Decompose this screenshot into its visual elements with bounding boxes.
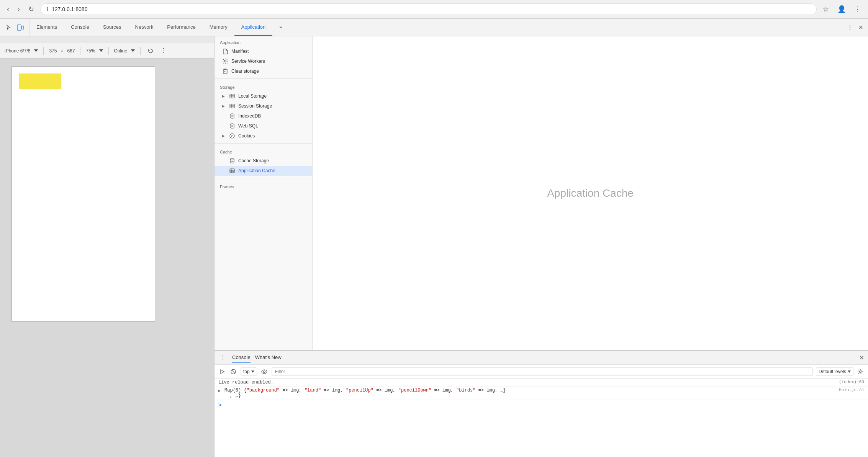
sidebar-item-application-cache[interactable]: ▶ Application Cache <box>215 166 312 176</box>
map-expand-arrow[interactable]: ▶ <box>218 388 221 393</box>
console-live-reload-text: Live reload enabled. <box>218 380 835 385</box>
sidebar-item-cache-storage[interactable]: ▶ Cache Storage <box>215 156 312 166</box>
cylinder-icon-indexeddb <box>229 113 235 119</box>
main-content: Application Cache <box>313 36 868 350</box>
device-dropdown-icon <box>34 49 38 52</box>
context-selector[interactable]: top <box>241 367 257 376</box>
eye-icon <box>261 369 267 374</box>
devtools-toolbar-icons <box>0 19 29 36</box>
console-map-location[interactable]: Main.js:31 <box>839 388 864 392</box>
device-name: iPhone 6/7/8 <box>5 48 30 54</box>
console-action-bar: top Default levels <box>215 365 868 379</box>
viewport-panel: iPhone 6/7/8 375 × 667 75% Online ⋮ <box>0 36 215 457</box>
tab-application[interactable]: Application <box>234 19 273 36</box>
tab-more[interactable]: » <box>272 19 289 36</box>
console-tab-console[interactable]: Console <box>232 352 251 363</box>
sidebar-item-clear-storage[interactable]: Clear storage <box>215 66 312 76</box>
phone-screen <box>11 66 155 322</box>
map-key-pencilup: "pencilUp" <box>346 388 373 393</box>
sidebar-item-local-storage[interactable]: ▶ Local Storage <box>215 91 312 101</box>
manifest-icon <box>222 48 228 54</box>
app-cache-area: Application Cache <box>313 36 868 350</box>
svg-rect-0 <box>17 25 21 30</box>
svg-point-15 <box>230 117 234 118</box>
sidebar-section-storage: Storage <box>215 81 312 91</box>
execute-script-button[interactable] <box>218 368 226 375</box>
settings-button[interactable] <box>857 368 864 375</box>
cylinder-icon-web-sql <box>229 123 235 129</box>
console-kebab-button[interactable]: ⋮ <box>218 353 228 363</box>
sidebar-item-cookies[interactable]: ▶ Cookies <box>215 131 312 141</box>
viewport-area <box>0 59 214 457</box>
close-devtools-button[interactable]: ✕ <box>857 23 865 33</box>
map-key-background: "background" <box>247 388 280 393</box>
star-button[interactable]: ☆ <box>821 3 831 16</box>
sidebar-item-manifest[interactable]: Manifest <box>215 46 312 56</box>
device-icon <box>17 24 24 31</box>
console-panel: ⋮ Console What's New ✕ <box>215 350 868 457</box>
sidebar-item-web-sql[interactable]: ▶ Web SQL <box>215 121 312 131</box>
sidebar-item-service-workers[interactable]: Service Workers <box>215 56 312 66</box>
default-levels-selector[interactable]: Default levels <box>816 367 853 376</box>
sidebar-divider-3 <box>215 178 312 178</box>
tab-performance[interactable]: Performance <box>160 19 202 36</box>
info-icon: ℹ <box>47 6 49 12</box>
clear-console-button[interactable] <box>229 367 237 376</box>
cookies-label: Cookies <box>238 133 255 139</box>
devtools-tab-bar: Elements Console Sources Network Perform… <box>0 19 868 36</box>
console-filter-input[interactable] <box>272 367 813 376</box>
grid-icon-application-cache <box>229 168 235 173</box>
service-workers-label: Service Workers <box>231 59 265 64</box>
tab-memory[interactable]: Memory <box>203 19 234 36</box>
settings-icon <box>858 369 863 374</box>
local-storage-chevron: ▶ <box>222 94 226 98</box>
inspect-element-button[interactable] <box>4 23 13 32</box>
device-toggle-button[interactable] <box>15 23 25 32</box>
svg-point-21 <box>231 136 232 137</box>
more-button[interactable]: ⋮ <box>852 3 863 16</box>
svg-rect-6 <box>230 94 234 98</box>
tab-network[interactable]: Network <box>128 19 160 36</box>
more-options-button[interactable]: ⋮ <box>159 46 168 56</box>
rotate-button[interactable] <box>146 46 155 55</box>
session-storage-chevron: ▶ <box>222 104 226 108</box>
svg-rect-10 <box>230 104 234 108</box>
tab-elements[interactable]: Elements <box>29 19 64 36</box>
local-storage-icon <box>229 93 235 99</box>
svg-point-18 <box>230 134 234 138</box>
sidebar-section-cache: Cache <box>215 146 312 156</box>
devtools-panel: Application Manifest <box>215 36 868 457</box>
console-tab-whats-new[interactable]: What's New <box>255 352 282 363</box>
address-input[interactable]: ℹ 127.0.0.1:8080 <box>40 3 817 15</box>
console-close-button[interactable]: ✕ <box>859 354 864 361</box>
gear-icon <box>223 59 228 64</box>
tab-console[interactable]: Console <box>64 19 96 36</box>
cookies-icon <box>229 133 235 139</box>
account-button[interactable]: 👤 <box>835 3 848 16</box>
application-cache-icon <box>229 168 235 174</box>
devtools-more-area: ⋮ ✕ <box>842 19 868 36</box>
dock-button[interactable]: ⋮ <box>845 22 855 33</box>
yellow-box <box>19 73 61 89</box>
svg-rect-3 <box>223 70 227 73</box>
tab-sources[interactable]: Sources <box>96 19 128 36</box>
sidebar-item-session-storage[interactable]: ▶ Session Storage <box>215 101 312 111</box>
console-live-reload-location[interactable]: (index):53 <box>839 380 864 384</box>
levels-dropdown-icon <box>848 370 851 373</box>
web-sql-label: Web SQL <box>238 123 258 129</box>
svg-point-19 <box>231 135 232 135</box>
address-text: 127.0.0.1:8080 <box>52 6 87 12</box>
sidebar-divider-1 <box>215 78 312 79</box>
back-button[interactable]: ‹ <box>5 3 11 16</box>
forward-button[interactable]: › <box>15 3 22 16</box>
eye-button[interactable] <box>260 368 269 375</box>
svg-point-14 <box>230 114 234 115</box>
reload-button[interactable]: ↻ <box>26 3 36 16</box>
grid-icon-local-storage <box>229 94 235 98</box>
console-map-text: Map(6) {"background" => img, "land" => i… <box>224 388 835 398</box>
svg-line-29 <box>232 370 235 373</box>
cache-storage-icon <box>229 158 235 164</box>
map-key-land: "land" <box>305 388 321 393</box>
sidebar-item-indexeddb[interactable]: ▶ IndexedDB <box>215 111 312 121</box>
svg-point-17 <box>230 127 234 128</box>
